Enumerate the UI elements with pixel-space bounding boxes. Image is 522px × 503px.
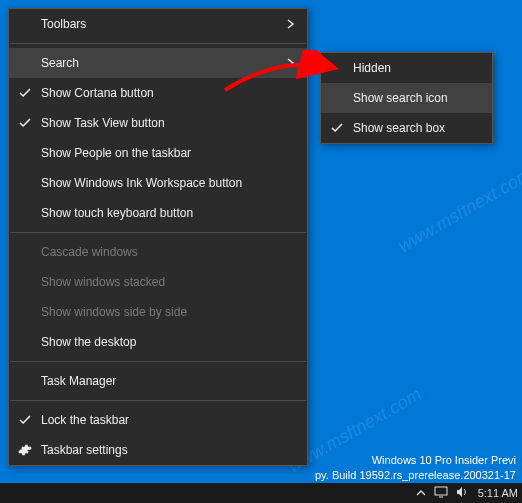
menu-label: Show People on the taskbar [41,146,295,160]
menu-label: Show search icon [353,91,480,105]
submenu-item-show-search-icon[interactable]: Show search icon [321,83,492,113]
submenu-item-show-search-box[interactable]: Show search box [321,113,492,143]
svg-rect-0 [435,487,447,495]
menu-item-taskbar-settings[interactable]: Taskbar settings [9,435,307,465]
menu-label: Hidden [353,61,480,75]
menu-label: Show Windows Ink Workspace button [41,176,295,190]
check-icon [9,414,41,426]
chevron-right-icon [287,58,295,68]
menu-label: Search [41,56,279,70]
menu-label: Show touch keyboard button [41,206,295,220]
menu-item-show-desktop[interactable]: Show the desktop [9,327,307,357]
chevron-up-icon[interactable] [416,487,426,499]
menu-label: Show Cortana button [41,86,295,100]
separator [10,43,306,44]
menu-label: Show windows side by side [41,305,295,319]
menu-label: Cascade windows [41,245,295,259]
check-icon [9,117,41,129]
search-submenu: Hidden Show search icon Show search box [320,52,493,144]
menu-item-stacked: Show windows stacked [9,267,307,297]
menu-item-lock-taskbar[interactable]: Lock the taskbar [9,405,307,435]
taskbar-clock[interactable]: 5:11 AM [478,487,518,499]
menu-item-show-cortana[interactable]: Show Cortana button [9,78,307,108]
menu-item-side-by-side: Show windows side by side [9,297,307,327]
separator [10,361,306,362]
menu-item-show-taskview[interactable]: Show Task View button [9,108,307,138]
menu-label: Task Manager [41,374,295,388]
menu-label: Show the desktop [41,335,295,349]
menu-item-show-people[interactable]: Show People on the taskbar [9,138,307,168]
separator [10,400,306,401]
menu-label: Show windows stacked [41,275,295,289]
watermark: www.msftnext.com [395,164,522,257]
menu-item-show-touch-keyboard[interactable]: Show touch keyboard button [9,198,307,228]
build-text: py. Build 19592.rs_prerelease.200321-17 [315,468,516,483]
menu-label: Show search box [353,121,480,135]
chevron-right-icon [287,19,295,29]
menu-label: Lock the taskbar [41,413,295,427]
check-icon [321,122,353,134]
menu-item-task-manager[interactable]: Task Manager [9,366,307,396]
volume-icon[interactable] [456,486,468,500]
menu-item-show-ink[interactable]: Show Windows Ink Workspace button [9,168,307,198]
submenu-item-hidden[interactable]: Hidden [321,53,492,83]
menu-label: Show Task View button [41,116,295,130]
separator [10,232,306,233]
menu-item-cascade: Cascade windows [9,237,307,267]
menu-label: Taskbar settings [41,443,295,457]
desktop-build-info: Windows 10 Pro Insider Previ py. Build 1… [315,453,516,483]
edition-text: Windows 10 Pro Insider Previ [315,453,516,468]
taskbar[interactable]: 5:11 AM [0,483,522,503]
taskbar-context-menu: Toolbars Search Show Cortana button Show… [8,8,308,466]
gear-icon [9,443,41,457]
system-tray[interactable] [416,486,468,500]
check-icon [9,87,41,99]
menu-item-toolbars[interactable]: Toolbars [9,9,307,39]
monitor-icon[interactable] [434,486,448,500]
menu-item-search[interactable]: Search [9,48,307,78]
menu-label: Toolbars [41,17,279,31]
